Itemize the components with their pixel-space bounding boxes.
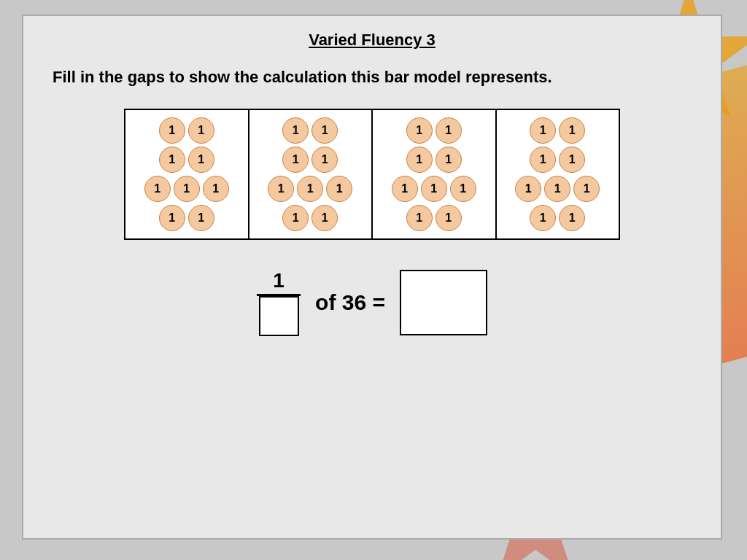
answer-input-box[interactable]: [400, 270, 487, 335]
circle-row: 1 1: [159, 205, 214, 231]
circle-row: 1 1: [530, 147, 585, 173]
fraction-display: 1: [257, 269, 301, 336]
circle: 1: [203, 176, 229, 202]
fraction-numerator: 1: [273, 269, 285, 294]
circle: 1: [573, 176, 600, 202]
circle-row: 1 1: [159, 117, 214, 144]
circle: 1: [450, 176, 476, 202]
bar-section-2: 1 1 1 1 1 1 1 1 1: [249, 110, 374, 238]
circle-row: 1 1 1: [515, 176, 600, 202]
circle: 1: [406, 147, 433, 173]
circle: 1: [530, 205, 556, 231]
bar-section-4: 1 1 1 1 1 1 1 1 1: [497, 110, 619, 238]
circle: 1: [530, 147, 556, 173]
main-card: Varied Fluency 3 Fill in the gaps to sho…: [22, 15, 722, 540]
circle: 1: [544, 176, 570, 202]
circle: 1: [188, 147, 214, 173]
fraction-equation-area: 1 of 36 =: [45, 269, 699, 336]
circle: 1: [530, 117, 556, 144]
circle-row: 1 1: [406, 117, 462, 144]
bar-model: 1 1 1 1 1 1 1 1 1 1 1 1: [124, 109, 620, 240]
fraction-denominator-input[interactable]: [259, 296, 299, 336]
circle-row: 1 1: [282, 117, 338, 144]
of-36-equals-text: of 36 =: [315, 290, 385, 315]
circle: 1: [268, 176, 294, 202]
circle: 1: [515, 176, 541, 202]
circle: 1: [311, 147, 338, 173]
circle-row: 1 1: [530, 117, 585, 144]
circle: 1: [406, 117, 433, 144]
circle: 1: [436, 147, 462, 173]
circle: 1: [559, 205, 585, 231]
circle: 1: [159, 147, 185, 173]
circle-row: 1 1: [159, 147, 214, 173]
circle-row: 1 1 1: [144, 176, 229, 202]
circle: 1: [159, 117, 185, 144]
circle: 1: [421, 176, 447, 202]
circle: 1: [174, 176, 200, 202]
bar-section-3: 1 1 1 1 1 1 1 1 1: [373, 110, 497, 238]
circle: 1: [188, 205, 214, 231]
circle-row: 1 1: [282, 147, 338, 173]
circle: 1: [144, 176, 171, 202]
circle: 1: [159, 205, 185, 231]
circle: 1: [559, 147, 585, 173]
page-title: Varied Fluency 3: [45, 31, 699, 50]
circle-row: 1 1 1: [392, 176, 476, 202]
circle: 1: [297, 176, 323, 202]
circle: 1: [188, 117, 214, 144]
circle: 1: [559, 117, 585, 144]
circle-row: 1 1: [530, 205, 585, 231]
circle: 1: [406, 205, 433, 231]
circle: 1: [282, 147, 309, 173]
circle-row: 1 1 1: [268, 176, 352, 202]
circle: 1: [282, 117, 309, 144]
circle: 1: [436, 205, 462, 231]
circle: 1: [282, 205, 309, 231]
circle: 1: [311, 205, 338, 231]
circle-row: 1 1: [406, 147, 462, 173]
circle: 1: [326, 176, 352, 202]
circle-row: 1 1: [406, 205, 462, 231]
circle-row: 1 1: [282, 205, 338, 231]
instruction-text: Fill in the gaps to show the calculation…: [45, 68, 699, 87]
circle: 1: [311, 117, 338, 144]
bar-section-1: 1 1 1 1 1 1 1 1 1: [125, 110, 249, 238]
circle: 1: [392, 176, 418, 202]
circle: 1: [436, 117, 462, 144]
